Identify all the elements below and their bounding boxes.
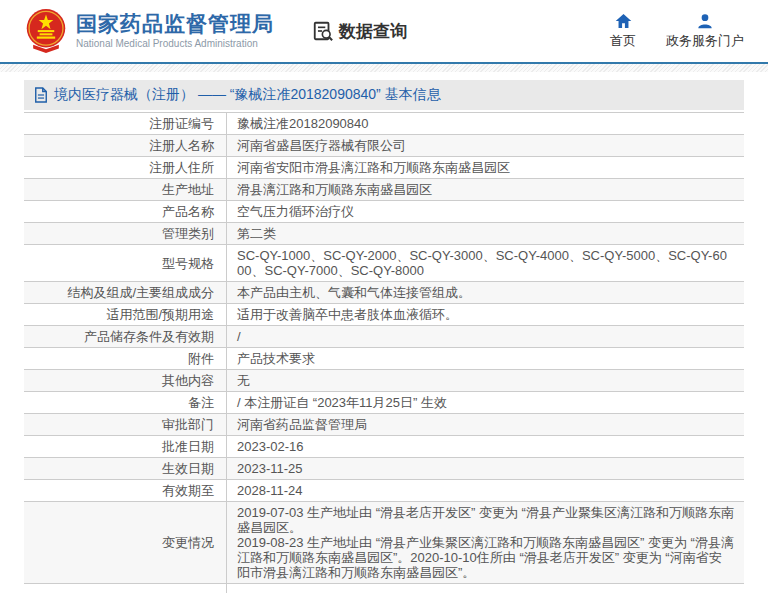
document-search-icon bbox=[312, 20, 334, 42]
data-query-label: 数据查询 bbox=[339, 20, 407, 43]
table-row: 适用范围/预期用途 适用于改善脑卒中患者肢体血液循环。 bbox=[24, 304, 744, 326]
table-row: 产品名称 空气压力循环治疗仪 bbox=[24, 201, 744, 223]
row-value: 2028-11-24 bbox=[227, 480, 744, 501]
data-query-button[interactable]: 数据查询 bbox=[312, 20, 407, 43]
row-label: 生产地址 bbox=[24, 179, 227, 200]
table-row: 产品储存条件及有效期 / bbox=[24, 326, 744, 348]
row-value: 第二类 bbox=[227, 223, 744, 244]
row-label: 注册人住所 bbox=[24, 157, 227, 178]
table-row: 有效期至 2028-11-24 bbox=[24, 480, 744, 502]
table-row: 注册人名称 河南省盛昌医疗器械有限公司 bbox=[24, 135, 744, 157]
table-row: 批准日期 2023-02-16 bbox=[24, 436, 744, 458]
org-name-cn: 国家药品监督管理局 bbox=[76, 12, 274, 36]
nav-item-home[interactable]: 首页 bbox=[610, 13, 636, 50]
decorative-stripe-band bbox=[0, 64, 768, 72]
row-value: 本产品由主机、气囊和气体连接管组成。 bbox=[227, 282, 744, 303]
row-label: 管理类别 bbox=[24, 223, 227, 244]
table-row: 附件 产品技术要求 bbox=[24, 348, 744, 370]
row-label: 其他内容 bbox=[24, 370, 227, 391]
row-label: 型号规格 bbox=[24, 245, 227, 281]
nav-item-portal[interactable]: 政务服务门户 bbox=[666, 13, 744, 50]
org-title-block: 国家药品监督管理局 National Medical Products Admi… bbox=[76, 12, 274, 50]
table-row: 其他内容 无 bbox=[24, 370, 744, 392]
registration-info-table: 注册证编号 豫械注准20182090840 注册人名称 河南省盛昌医疗器械有限公… bbox=[24, 112, 744, 593]
national-emblem-logo bbox=[24, 7, 68, 55]
note-row-label: 注 bbox=[24, 584, 227, 593]
row-value: 豫械注准20182090840 bbox=[227, 113, 744, 134]
row-value: / bbox=[227, 326, 744, 347]
row-value: 2019-07-03 生产地址由 “滑县老店开发区” 变更为 “滑县产业聚集区漓… bbox=[227, 502, 744, 583]
table-row: 结构及组成/主要组成成分 本产品由主机、气囊和气体连接管组成。 bbox=[24, 282, 744, 304]
row-label: 批准日期 bbox=[24, 436, 227, 457]
row-label: 注册人名称 bbox=[24, 135, 227, 156]
table-row: 生产地址 滑县漓江路和万顺路东南盛昌园区 bbox=[24, 179, 744, 201]
table-row: 备注 / 本注册证自 “2023年11月25日” 生效 bbox=[24, 392, 744, 414]
home-icon bbox=[615, 13, 632, 29]
row-label: 附件 bbox=[24, 348, 227, 369]
row-value: 空气压力循环治疗仪 bbox=[227, 201, 744, 222]
row-value: 产品技术要求 bbox=[227, 348, 744, 369]
row-label: 审批部门 bbox=[24, 414, 227, 435]
row-value: 河南省药品监督管理局 bbox=[227, 414, 744, 435]
row-value: 适用于改善脑卒中患者肢体血液循环。 bbox=[227, 304, 744, 325]
main-content: 境内医疗器械（注册） —— “豫械注准20182090840” 基本信息 注册证… bbox=[24, 80, 744, 593]
row-value: 无 bbox=[227, 370, 744, 391]
row-value: 滑县漓江路和万顺路东南盛昌园区 bbox=[227, 179, 744, 200]
table-row: 审批部门 河南省药品监督管理局 bbox=[24, 414, 744, 436]
org-name-en: National Medical Products Administration bbox=[76, 38, 274, 50]
row-value: / 本注册证自 “2023年11月25日” 生效 bbox=[227, 392, 744, 413]
table-row-note: 注 详情 bbox=[24, 584, 744, 593]
row-value: 2023-02-16 bbox=[227, 436, 744, 457]
row-label: 生效日期 bbox=[24, 458, 227, 479]
row-label: 产品名称 bbox=[24, 201, 227, 222]
row-label: 变更情况 bbox=[24, 502, 227, 583]
table-row: 注册人住所 河南省安阳市滑县漓江路和万顺路东南盛昌园区 bbox=[24, 157, 744, 179]
page-title-bar: 境内医疗器械（注册） —— “豫械注准20182090840” 基本信息 bbox=[24, 80, 744, 110]
row-label: 结构及组成/主要组成成分 bbox=[24, 282, 227, 303]
page-title: 境内医疗器械（注册） —— “豫械注准20182090840” 基本信息 bbox=[54, 86, 441, 104]
header-nav: 首页 政务服务门户 bbox=[610, 13, 744, 50]
note-row-value: 详情 bbox=[227, 584, 744, 593]
row-value: SC-QY-1000、SC-QY-2000、SC-QY-3000、SC-QY-4… bbox=[227, 245, 744, 281]
row-label: 有效期至 bbox=[24, 480, 227, 501]
row-label: 适用范围/预期用途 bbox=[24, 304, 227, 325]
table-row: 型号规格 SC-QY-1000、SC-QY-2000、SC-QY-3000、SC… bbox=[24, 245, 744, 282]
table-row: 注册证编号 豫械注准20182090840 bbox=[24, 113, 744, 135]
table-row: 变更情况 2019-07-03 生产地址由 “滑县老店开发区” 变更为 “滑县产… bbox=[24, 502, 744, 584]
row-value: 河南省安阳市滑县漓江路和万顺路东南盛昌园区 bbox=[227, 157, 744, 178]
row-label: 注册证编号 bbox=[24, 113, 227, 134]
row-label: 备注 bbox=[24, 392, 227, 413]
row-value: 2023-11-25 bbox=[227, 458, 744, 479]
nav-home-label: 首页 bbox=[610, 32, 636, 50]
row-value: 河南省盛昌医疗器械有限公司 bbox=[227, 135, 744, 156]
user-icon bbox=[697, 13, 713, 29]
site-header: 国家药品监督管理局 National Medical Products Admi… bbox=[0, 0, 768, 62]
table-row: 生效日期 2023-11-25 bbox=[24, 458, 744, 480]
nav-portal-label: 政务服务门户 bbox=[666, 32, 744, 50]
document-icon bbox=[34, 87, 48, 103]
row-label: 产品储存条件及有效期 bbox=[24, 326, 227, 347]
table-row: 管理类别 第二类 bbox=[24, 223, 744, 245]
